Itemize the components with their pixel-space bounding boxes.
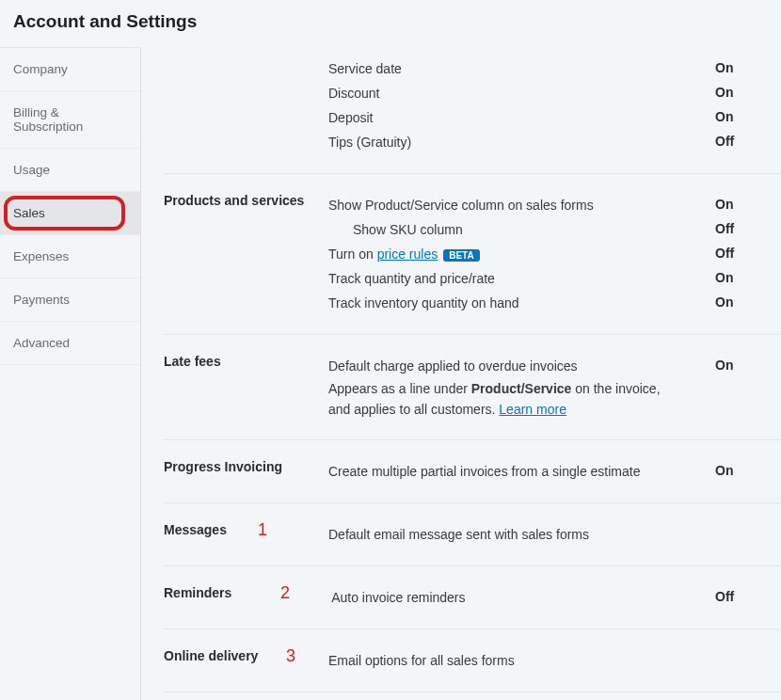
setting-row: Show SKU columnOff (328, 217, 681, 242)
setting-label: Show SKU column (328, 222, 681, 237)
section-products-services[interactable]: Products and services Show Product/Servi… (164, 174, 781, 335)
setting-label: Track quantity and price/rate (328, 271, 681, 286)
setting-value: Off (715, 221, 766, 236)
section-heading: Messages (164, 522, 328, 547)
setting-row: Track inventory quantity on handOn (328, 291, 681, 315)
section-messages[interactable]: Messages 1 Default email message sent wi… (164, 503, 781, 566)
setting-label: Auto invoice reminders (328, 590, 681, 605)
section-online-delivery[interactable]: Online delivery 3 Email options for all … (164, 629, 781, 692)
nav-item-billing-subscription[interactable]: Billing & Subscription (0, 91, 140, 149)
setting-value: On (715, 109, 766, 124)
highlight-annotation (4, 196, 125, 231)
setting-value: Off (715, 134, 766, 149)
section-sales-form-content: Service dateOnDiscountOnDepositOnTips (G… (164, 47, 781, 174)
section-heading: Progress Invoicing (164, 459, 328, 484)
setting-row: Show Product/Service column on sales for… (328, 193, 681, 217)
setting-row: Track quantity and price/rateOn (328, 266, 681, 291)
setting-row: DepositOn (328, 105, 681, 130)
setting-label: Service date (328, 61, 681, 76)
nav-item-advanced[interactable]: Advanced (0, 322, 140, 365)
setting-value: On (715, 463, 766, 478)
setting-label: Show Product/Service column on sales for… (328, 198, 681, 213)
setting-value: On (715, 60, 766, 75)
section-heading: Online delivery (164, 648, 328, 673)
annotation-3: 3 (286, 646, 295, 666)
section-heading: Reminders (164, 585, 328, 610)
setting-label: Turn on price rulesBETA (328, 247, 681, 262)
price-rules-link[interactable]: price rules (377, 247, 438, 262)
section-heading-empty (164, 56, 328, 154)
setting-label: Create multiple partial invoices from a … (328, 464, 681, 479)
section-progress-invoicing[interactable]: Progress Invoicing Create multiple parti… (164, 440, 781, 503)
setting-row: DiscountOn (328, 81, 681, 105)
setting-value: Off (715, 589, 766, 604)
section-heading: Late fees (164, 354, 328, 421)
setting-value: On (715, 197, 766, 212)
page-title: Account and Settings (0, 0, 781, 47)
setting-value: On (715, 270, 766, 285)
setting-label: Default charge applied to overdue invoic… (328, 358, 681, 374)
setting-label: Email options for all sales forms (328, 653, 681, 668)
section-reminders[interactable]: Reminders 2 Auto invoice reminders Off (164, 566, 781, 629)
setting-description: Appears as a line under Product/Service … (328, 378, 681, 421)
beta-badge: BETA (443, 249, 479, 262)
setting-row: Tips (Gratuity)Off (328, 130, 681, 154)
setting-label: Deposit (328, 110, 681, 125)
setting-row: Service dateOn (328, 56, 681, 81)
setting-value: On (715, 85, 766, 100)
setting-label: Discount (328, 86, 681, 101)
nav-item-expenses[interactable]: Expenses (0, 235, 140, 278)
setting-label: Track inventory quantity on hand (328, 295, 681, 310)
setting-value: Off (715, 246, 766, 261)
section-heading: Products and services (164, 193, 328, 315)
annotation-1: 1 (258, 520, 267, 540)
annotation-2: 2 (280, 583, 290, 603)
section-statements[interactable]: Statements Show aging table at bottom of… (164, 692, 781, 700)
setting-row: Turn on price rulesBETAOff (328, 242, 681, 266)
sidebar: CompanyBilling & SubscriptionUsageSalesE… (0, 47, 141, 700)
setting-value: On (715, 358, 766, 373)
nav-item-company[interactable]: Company (0, 48, 140, 91)
nav-item-payments[interactable]: Payments (0, 278, 140, 322)
setting-value: On (715, 294, 766, 310)
content: Service dateOnDiscountOnDepositOnTips (G… (141, 47, 781, 700)
section-late-fees[interactable]: Late fees Default charge applied to over… (164, 335, 781, 440)
learn-more-link[interactable]: Learn more (499, 402, 566, 417)
nav-item-usage[interactable]: Usage (0, 149, 140, 192)
setting-label: Default email message sent with sales fo… (328, 527, 681, 542)
setting-label: Tips (Gratuity) (328, 135, 681, 150)
nav-item-sales[interactable]: Sales (0, 192, 140, 235)
